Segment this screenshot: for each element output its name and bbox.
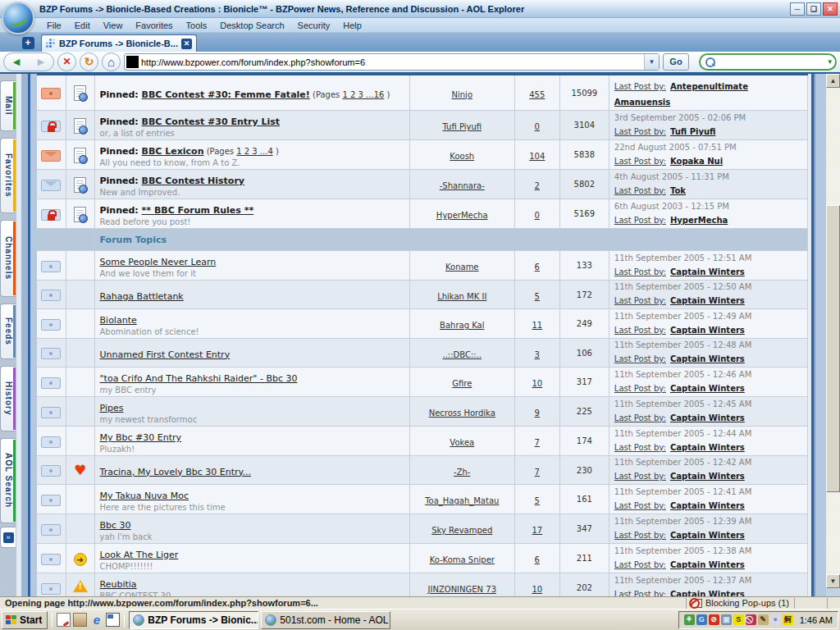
menu-item-desktop-search[interactable]: Desktop Search: [214, 20, 290, 31]
tray-security-key-icon[interactable]: S: [733, 614, 744, 625]
minimize-button[interactable]: ─: [790, 2, 805, 16]
author-link[interactable]: JINZONINGEN 73: [428, 585, 496, 594]
menu-item-edit[interactable]: Edit: [69, 20, 96, 31]
last-post-by-link[interactable]: Last Post by:: [614, 157, 666, 166]
topic-link[interactable]: Some People Never Learn: [100, 257, 217, 267]
last-poster-link[interactable]: HyperMecha: [670, 216, 728, 225]
goto-new-post-icon[interactable]: [74, 118, 86, 134]
goto-new-post-icon[interactable]: [74, 177, 86, 193]
last-post-by-link[interactable]: Last Post by:: [614, 472, 666, 481]
page-number-links[interactable]: 1 2 3 ...4: [236, 147, 273, 156]
topic-link[interactable]: ** BBC Forum Rules **: [142, 205, 254, 216]
last-poster-link[interactable]: Tufi Piyufi: [670, 127, 716, 136]
replies-link[interactable]: 3: [535, 350, 540, 359]
topic-link[interactable]: Unnamed First Contest Entry: [100, 349, 231, 360]
tray-blocked-icon[interactable]: ⃠: [746, 614, 756, 625]
sidebar-tab-channels[interactable]: Channels: [0, 220, 16, 297]
author-link[interactable]: Koname: [445, 262, 479, 272]
tab-bzp-forums[interactable]: BZP Forums -> Bionicle-B... ✕: [41, 34, 197, 52]
quicklaunch-write-icon[interactable]: [57, 613, 71, 627]
goto-new-post-icon[interactable]: [74, 85, 86, 101]
last-poster-link[interactable]: Captain Winters: [670, 560, 745, 569]
replies-link[interactable]: 10: [532, 379, 542, 388]
search-box[interactable]: ▼: [699, 53, 837, 71]
sidebar-tab-feeds[interactable]: Feeds: [0, 304, 16, 359]
replies-link[interactable]: 7: [535, 468, 540, 477]
goto-new-post-icon[interactable]: [74, 207, 86, 222]
last-post-by-link[interactable]: Last Post by:: [614, 413, 666, 422]
author-link[interactable]: Ninjo: [452, 90, 473, 99]
topic-link[interactable]: Reubitia: [100, 579, 137, 590]
scroll-thumb[interactable]: [826, 205, 840, 492]
replies-link[interactable]: 0: [535, 211, 540, 220]
quicklaunch-ie-icon[interactable]: e: [89, 613, 103, 627]
author-link[interactable]: Vokea: [450, 438, 474, 447]
replies-link[interactable]: 455: [529, 90, 545, 99]
menu-item-security[interactable]: Security: [292, 20, 336, 31]
topic-link[interactable]: BBC Contest #30 Entry List: [142, 116, 280, 127]
topic-link[interactable]: Biolante: [100, 315, 137, 326]
search-dropdown-arrow-icon[interactable]: ▼: [827, 58, 833, 66]
last-poster-link[interactable]: Captain Winters: [670, 472, 745, 481]
author-link[interactable]: Gfire: [452, 379, 472, 388]
menu-item-favorites[interactable]: Favorites: [130, 20, 178, 31]
author-link[interactable]: Koosh: [450, 152, 474, 161]
replies-link[interactable]: 17: [532, 526, 542, 535]
page-number-links[interactable]: 1 2 3 ...16: [343, 90, 385, 99]
last-post-by-link[interactable]: Last Post by:: [614, 127, 666, 136]
goto-new-post-icon[interactable]: [74, 148, 86, 163]
author-link[interactable]: -Zh-: [454, 468, 470, 477]
author-link[interactable]: Sky Revamped: [431, 526, 492, 535]
replies-link[interactable]: 104: [529, 152, 545, 161]
last-post-by-link[interactable]: Last Post by:: [614, 560, 666, 569]
author-link[interactable]: -Shannara-: [440, 181, 485, 190]
start-button[interactable]: Start: [2, 611, 48, 629]
author-link[interactable]: Tufi Piyufi: [442, 122, 482, 131]
replies-link[interactable]: 0: [535, 122, 540, 131]
last-poster-link[interactable]: Captain Winters: [670, 443, 745, 452]
topic-link[interactable]: Pipes: [100, 403, 124, 413]
topic-link[interactable]: Bbc 30: [100, 520, 131, 531]
author-link[interactable]: HyperMecha: [436, 211, 488, 220]
last-poster-link[interactable]: Kopaka Nui: [670, 157, 723, 166]
topic-link[interactable]: Tracina, My Lovely Bbc 30 Entry...: [100, 467, 251, 477]
last-poster-link[interactable]: Captain Winters: [670, 531, 745, 540]
replies-link[interactable]: 9: [535, 409, 540, 418]
tray-pen-icon[interactable]: ✎: [758, 614, 769, 625]
stop-button[interactable]: ✕: [57, 52, 76, 71]
last-post-by-link[interactable]: Last Post by:: [614, 82, 666, 91]
last-poster-link[interactable]: Tok: [670, 186, 686, 195]
author-link[interactable]: Lhikan MK II: [437, 292, 486, 301]
menu-item-tools[interactable]: Tools: [180, 20, 213, 31]
topic-link[interactable]: Rahaga Battletank: [100, 291, 184, 302]
back-button[interactable]: ◀: [4, 53, 29, 71]
tray-globe-icon[interactable]: G: [696, 614, 707, 625]
topic-link[interactable]: My Takua Nuva Moc: [100, 491, 189, 501]
last-post-by-link[interactable]: Last Post by:: [614, 443, 666, 452]
author-link[interactable]: Toa_Hagah_Matau: [425, 496, 499, 505]
tray-aim-icon[interactable]: 舸: [783, 614, 793, 625]
menu-item-file[interactable]: File: [41, 20, 67, 31]
home-button[interactable]: ⌂: [102, 52, 121, 71]
last-post-by-link[interactable]: Last Post by:: [614, 590, 666, 597]
tray-windows-update-icon[interactable]: ⚘: [684, 614, 695, 625]
last-poster-link[interactable]: Captain Winters: [670, 590, 745, 597]
close-button[interactable]: ✕: [823, 2, 838, 16]
goto-last-post-icon[interactable]: ➔: [74, 553, 87, 566]
topic-link[interactable]: BBC Lexicon: [142, 146, 204, 157]
replies-link[interactable]: 5: [535, 292, 540, 301]
topic-link[interactable]: "toa Crifo And The Rahkshi Raider" - Bbc…: [100, 373, 298, 384]
tray-cd-icon[interactable]: ●: [770, 614, 781, 625]
tab-close-icon[interactable]: ✕: [181, 39, 192, 49]
sidebar-tab-aol-search[interactable]: AOL Search: [0, 438, 16, 523]
topic-link[interactable]: BBC Contest History: [142, 176, 244, 186]
new-tab-button[interactable]: +: [20, 35, 36, 51]
sidebar-tab-mail[interactable]: Mail: [0, 80, 16, 131]
last-post-by-link[interactable]: Last Post by:: [614, 354, 666, 363]
last-poster-link[interactable]: Captain Winters: [670, 296, 745, 305]
author-link[interactable]: Bahrag Kal: [440, 321, 484, 330]
last-poster-link[interactable]: Captain Winters: [670, 384, 745, 393]
last-post-by-link[interactable]: Last Post by:: [614, 216, 666, 225]
quicklaunch-show-desktop-icon[interactable]: [106, 613, 120, 627]
author-link[interactable]: Necross Hordika: [429, 409, 495, 418]
